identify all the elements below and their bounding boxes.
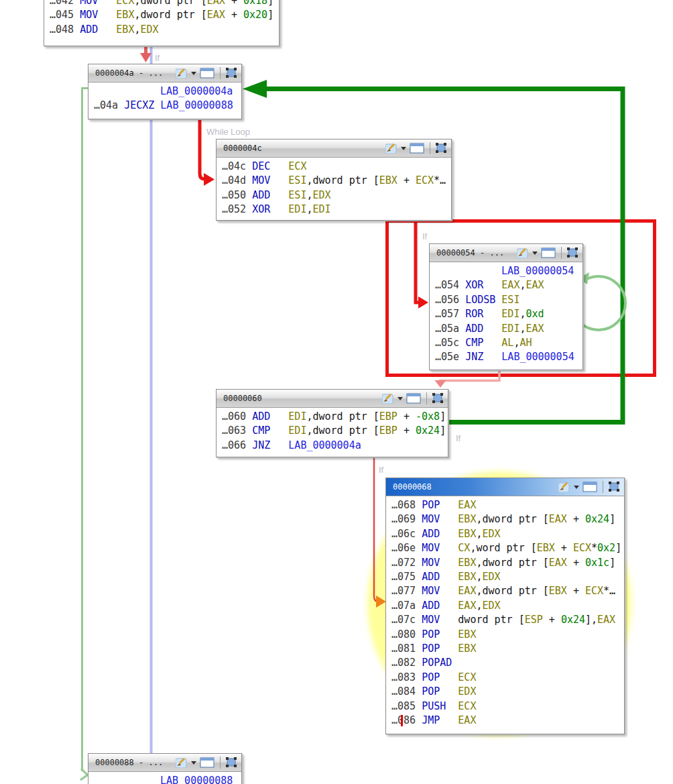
instruction-row[interactable]: …07a ADD EAX,EDX [391, 599, 621, 613]
basic-block-00000068[interactable]: 00000068 …068 POP EAX…069 MOV EBX,dword … [385, 478, 625, 734]
basic-block-00000054[interactable]: 00000054 - ... LAB_00000054…054 XOR EAX,… [429, 243, 583, 370]
block-title: 0000004a - ... [95, 68, 163, 78]
instruction-row[interactable]: …080 POP EBX [391, 628, 621, 642]
basic-block-00000042[interactable]: …042 MOV ECX,dword ptr [EAX + 0x18]…045 … [44, 0, 280, 46]
edge-arrowhead [243, 80, 267, 98]
block-header-00000088[interactable]: 00000088 - ... [88, 754, 241, 772]
dropdown-caret-icon[interactable] [397, 397, 403, 400]
instruction-row[interactable]: …07c MOV dword ptr [ESP + 0x24],EAX [391, 613, 621, 627]
instruction-row[interactable]: …050 ADD ESI,EDX [222, 188, 448, 203]
cursor-location-indicator [401, 715, 403, 726]
group-selection-icon[interactable] [436, 143, 447, 154]
edge-fallthrough-0000004c-00000054[interactable] [416, 221, 418, 303]
edge-arrowhead [418, 296, 428, 309]
basic-block-0000004a[interactable]: 0000004a - ... LAB_0000004a…04a JECXZ LA… [88, 64, 242, 119]
instruction-row[interactable]: …05c CMP AL,AH [435, 336, 580, 350]
label-row[interactable]: LAB_0000004a [94, 85, 239, 99]
instruction-row[interactable]: …06c ADD EBX,EDX [391, 527, 621, 541]
instruction-row[interactable]: …04c DEC ECX [222, 160, 448, 174]
instruction-row[interactable]: …04a JECXZ LAB_00000088 [94, 99, 239, 113]
block-title: 00000088 - ... [95, 758, 163, 767]
instruction-row[interactable]: …085 PUSH ECX [391, 699, 621, 714]
label-row[interactable]: LAB_00000054 [435, 264, 580, 278]
block-header-00000054[interactable]: 00000054 - ... [430, 244, 583, 262]
edge-arrowhead [435, 380, 446, 388]
open-window-icon[interactable] [583, 482, 597, 492]
flow-label-while-loop: While Loop [206, 127, 250, 137]
open-window-icon[interactable] [200, 757, 215, 768]
block-title: 00000068 [393, 482, 432, 492]
instruction-row[interactable]: …075 ADD EBX,EDX [391, 570, 621, 584]
instruction-row[interactable]: …05a ADD EDI,EAX [435, 322, 580, 336]
block-title: 00000060 [223, 394, 262, 403]
instruction-row[interactable]: …05e JNZ LAB_00000054 [435, 350, 580, 364]
toolbar-separator [603, 481, 603, 493]
background-color-icon[interactable] [176, 68, 188, 78]
instruction-row[interactable]: …066 JNZ LAB_0000004a [222, 439, 445, 453]
group-selection-icon[interactable] [609, 482, 620, 492]
instruction-row[interactable]: …048 ADD EBX,EDX [50, 23, 276, 37]
block-header-00000060[interactable]: 00000060 [217, 390, 448, 408]
edge-arrowhead [140, 53, 151, 62]
toolbar-separator [220, 67, 221, 79]
instruction-row[interactable]: …045 MOV EBX,dword ptr [EAX + 0x20] [50, 8, 276, 22]
toolbar-separator [561, 247, 562, 259]
dropdown-caret-icon[interactable] [532, 251, 538, 255]
basic-block-00000088[interactable]: 00000088 - ... LAB_00000088 [88, 753, 242, 784]
instruction-row[interactable]: …069 MOV EBX,dword ptr [EAX + 0x24] [391, 512, 621, 526]
open-window-icon[interactable] [200, 68, 215, 78]
dropdown-caret-icon[interactable] [401, 147, 406, 150]
background-color-icon[interactable] [558, 482, 570, 492]
dropdown-caret-icon[interactable] [191, 761, 196, 765]
instruction-row[interactable]: …063 CMP EDI,dword ptr [EBP + 0x24] [222, 424, 445, 438]
background-color-icon[interactable] [517, 247, 529, 258]
instruction-row[interactable]: …060 ADD EDI,dword ptr [EBP + -0x8] [222, 410, 445, 424]
flow-label-if: If [155, 53, 160, 63]
instruction-row[interactable]: …052 XOR EDI,EDI [222, 203, 448, 217]
instruction-row[interactable]: …082 POPAD [391, 656, 621, 670]
flow-label-if: If [379, 465, 383, 475]
background-color-icon[interactable] [176, 757, 188, 768]
flow-label-if: If [456, 433, 461, 443]
open-window-icon[interactable] [410, 143, 424, 154]
instruction-row[interactable]: …083 POP ECX [391, 671, 621, 685]
dropdown-caret-icon[interactable] [574, 486, 579, 489]
instruction-row[interactable]: …084 POP EDX [391, 685, 621, 699]
instruction-row[interactable]: …068 POP EAX [391, 498, 621, 512]
open-window-icon[interactable] [541, 247, 556, 258]
instruction-row[interactable]: …072 MOV EBX,dword ptr [EAX + 0x1c] [391, 556, 621, 570]
block-header-0000004c[interactable]: 0000004c [217, 139, 451, 158]
basic-block-00000060[interactable]: 00000060 …060 ADD EDI,dword ptr [EBP + -… [216, 389, 448, 457]
block-title: 00000054 - ... [436, 248, 504, 258]
group-selection-icon[interactable] [432, 393, 444, 404]
instruction-row[interactable]: …04d MOV ESI,dword ptr [EBX + ECX*… [222, 174, 448, 188]
label-row[interactable]: LAB_00000088 [94, 774, 239, 784]
group-selection-icon[interactable] [567, 247, 578, 258]
block-title: 0000004c [223, 144, 262, 153]
toolbar-separator [430, 142, 430, 154]
toolbar-separator [220, 757, 221, 769]
open-window-icon[interactable] [406, 393, 421, 404]
instruction-row[interactable]: …06e MOV CX,word ptr [EBX + ECX*0x2] [391, 541, 621, 555]
edge-fallthrough-0000004a-0000004c[interactable] [200, 119, 205, 179]
instruction-row[interactable]: …081 POP EBX [391, 642, 621, 656]
instruction-row[interactable]: …077 MOV EAX,dword ptr [EBX + ECX*… [391, 584, 621, 598]
toolbar-separator [426, 392, 427, 404]
edge-conditional-0000004a-00000088[interactable] [82, 89, 89, 772]
instruction-row[interactable]: …056 LODSB ESI [435, 293, 580, 307]
group-selection-icon[interactable] [226, 757, 237, 768]
block-header-00000068-selected[interactable]: 00000068 [386, 478, 624, 496]
instruction-row[interactable]: …054 XOR EAX,EAX [435, 278, 580, 292]
flow-label-if: If [422, 231, 427, 241]
background-color-icon[interactable] [382, 393, 394, 404]
instruction-row[interactable]: …057 ROR EDI,0xd [435, 307, 580, 321]
block-header-0000004a[interactable]: 0000004a - ... [88, 64, 241, 82]
instruction-row[interactable]: …042 MOV ECX,dword ptr [EAX + 0x18] [50, 0, 276, 8]
basic-block-0000004c[interactable]: 0000004c …04c DEC ECX…04d MOV ESI,dword … [216, 139, 452, 221]
edge-arrow-00000088 [80, 769, 88, 780]
function-graph-canvas[interactable]: If While Loop If If If …042 MOV ECX,dwor… [0, 0, 673, 784]
group-selection-icon[interactable] [226, 68, 237, 78]
dropdown-caret-icon[interactable] [191, 72, 196, 75]
background-color-icon[interactable] [385, 143, 397, 154]
instruction-row[interactable]: …086 JMP EAX [391, 714, 621, 728]
